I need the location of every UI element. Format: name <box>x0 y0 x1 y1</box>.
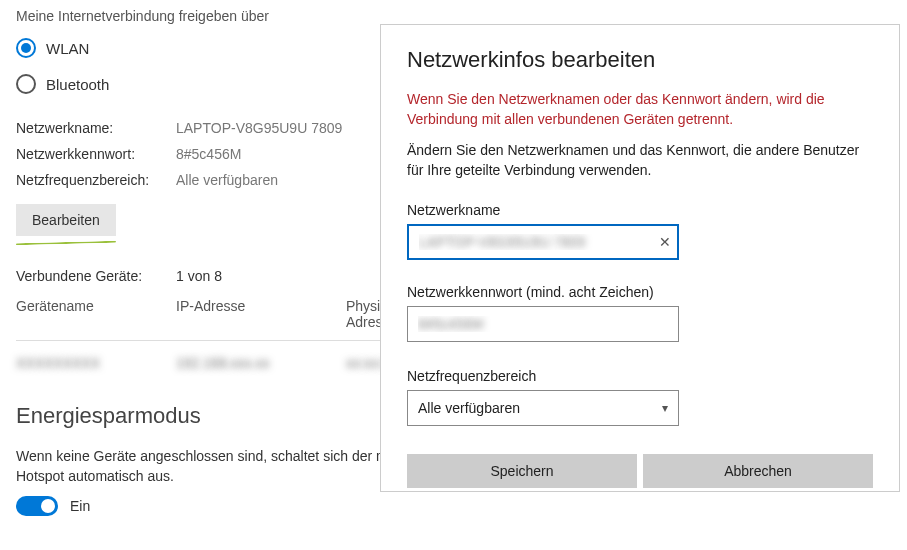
energy-desc: Wenn keine Geräte angeschlossen sind, sc… <box>16 447 436 486</box>
dialog-warning: Wenn Sie den Netzwerknamen oder das Kenn… <box>407 89 873 130</box>
share-option-wlan-label: WLAN <box>46 40 89 57</box>
device-name-cell: XXXXXXXXX <box>16 355 176 371</box>
save-button[interactable]: Speichern <box>407 454 637 488</box>
energy-toggle-label: Ein <box>70 498 90 514</box>
dialog-desc: Ändern Sie den Netzwerknamen und das Ken… <box>407 140 873 181</box>
edit-button[interactable]: Bearbeiten <box>16 204 116 236</box>
dialog-title: Netzwerkinfos bearbeiten <box>407 47 873 73</box>
connected-devices-value: 1 von 8 <box>176 268 222 284</box>
clear-input-icon[interactable]: ✕ <box>659 234 671 250</box>
dialog-password-label: Netzwerkkennwort (mind. acht Zeichen) <box>407 284 873 300</box>
band-select[interactable]: Alle verfügbaren ▾ <box>407 390 679 426</box>
annotation-underline <box>16 241 116 246</box>
share-heading: Meine Internetverbindung freigeben über <box>16 8 891 24</box>
network-password-value: 8#5c456M <box>176 146 241 162</box>
network-band-value: Alle verfügbaren <box>176 172 278 188</box>
device-ip-cell: 192.168.xxx.xx <box>176 355 346 371</box>
dialog-band-label: Netzfrequenzbereich <box>407 368 873 384</box>
network-name-label: Netzwerkname: <box>16 120 176 136</box>
radio-selected-icon <box>16 38 36 58</box>
edit-network-dialog: Netzwerkinfos bearbeiten Wenn Sie den Ne… <box>380 24 900 492</box>
col-ip: IP-Adresse <box>176 298 346 330</box>
radio-unselected-icon <box>16 74 36 94</box>
network-name-input[interactable] <box>407 224 679 260</box>
share-option-bluetooth-label: Bluetooth <box>46 76 109 93</box>
band-select-value: Alle verfügbaren <box>418 400 520 416</box>
network-password-input[interactable] <box>407 306 679 342</box>
connected-devices-label: Verbundene Geräte: <box>16 268 176 284</box>
network-name-value: LAPTOP-V8G95U9U 7809 <box>176 120 342 136</box>
chevron-down-icon: ▾ <box>662 401 668 415</box>
cancel-button[interactable]: Abbrechen <box>643 454 873 488</box>
dialog-name-label: Netzwerkname <box>407 202 873 218</box>
col-device-name: Gerätename <box>16 298 176 330</box>
network-band-label: Netzfrequenzbereich: <box>16 172 176 188</box>
network-password-label: Netzwerkkennwort: <box>16 146 176 162</box>
energy-toggle[interactable] <box>16 496 58 516</box>
toggle-knob-icon <box>41 499 55 513</box>
